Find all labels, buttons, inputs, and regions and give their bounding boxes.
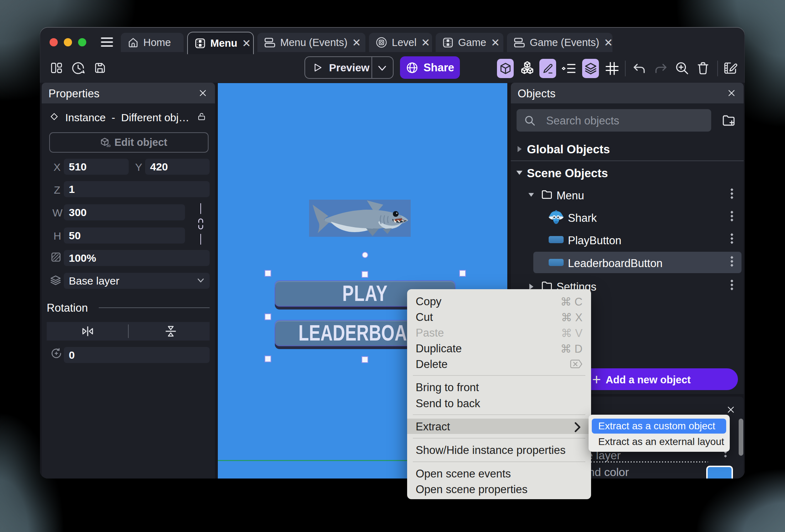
- svg-text:2D: 2D: [107, 144, 111, 148]
